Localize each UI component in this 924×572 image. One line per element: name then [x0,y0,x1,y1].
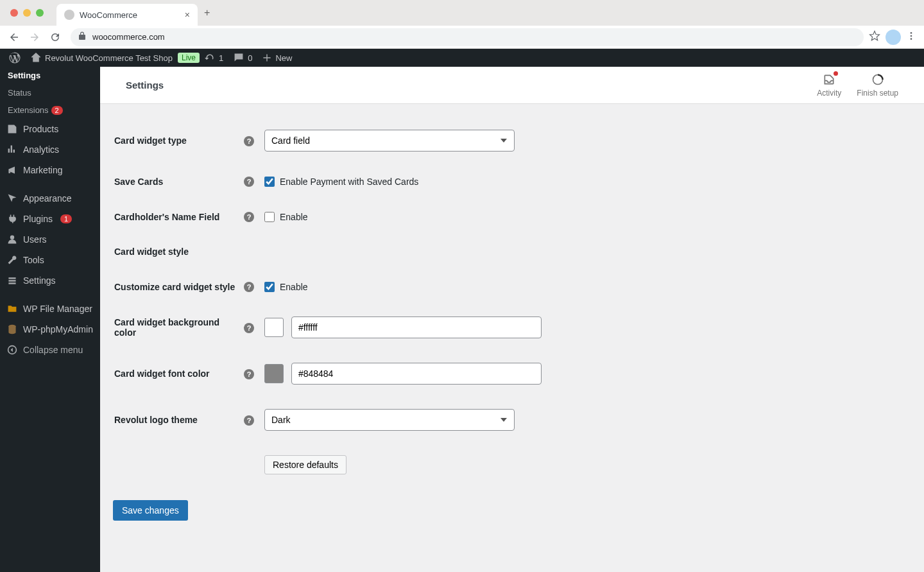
save-cards-label: Save Cards [114,164,243,198]
sidebar-item-collapse[interactable]: Collapse menu [0,340,100,360]
url-input[interactable]: woocommerce.com [71,28,864,46]
sidebar-item-plugins[interactable]: Plugins1 [0,209,100,229]
sidebar-item-marketing[interactable]: Marketing [0,160,100,180]
window-maximize-button[interactable] [36,9,44,17]
sidebar-item-appearance[interactable]: Appearance [0,188,100,209]
cardholder-enable-text: Enable [280,212,308,222]
font-color-label: Card widget font color [114,351,243,396]
svg-rect-4 [8,277,15,279]
save-cards-checkbox[interactable] [264,177,275,187]
card-widget-type-select[interactable]: Card field [264,130,515,152]
svg-point-1 [911,35,912,37]
dots-vertical-icon [906,31,916,41]
sidebar-item-products[interactable]: Products [0,119,100,139]
tab-title: WooCommerce [80,10,180,20]
sidebar-item-wpfilemanager[interactable]: WP File Manager [0,299,100,319]
sidebar-marketing-label: Marketing [23,165,62,175]
notification-dot-icon [834,71,838,76]
bookmark-button[interactable] [869,30,880,44]
update-icon [205,53,215,63]
sidebar-item-wc-settings[interactable]: Settings [0,67,100,84]
cardholder-name-label: Cardholder's Name Field [114,200,243,234]
sidebar-item-tools[interactable]: Tools [0,250,100,270]
save-cards-check-text: Enable Payment with Saved Cards [280,177,418,187]
plugins-icon [6,214,18,224]
comments-menu[interactable]: 0 [228,49,257,67]
site-name-menu[interactable]: Revolut WooCommerce Test Shop [26,49,178,67]
tab-favicon [64,10,74,20]
products-icon [6,124,18,134]
svg-rect-5 [8,280,15,281]
customize-style-checkbox-label[interactable]: Enable [264,282,891,292]
updates-count: 1 [219,53,223,63]
window-minimize-button[interactable] [23,9,31,17]
home-icon [31,53,41,63]
new-tab-button[interactable]: + [204,7,210,19]
help-icon[interactable]: ? [244,136,254,146]
save-cards-checkbox-label[interactable]: Enable Payment with Saved Cards [264,177,891,187]
profile-avatar[interactable] [886,30,901,45]
sidebar-item-wc-status[interactable]: Status [0,84,100,101]
bg-color-input[interactable] [291,316,542,338]
sidebar-users-label: Users [23,234,47,245]
plus-icon [262,53,271,62]
finish-setup-label: Finish setup [857,89,898,98]
content-area: Settings Activity Finish setup Card widg… [100,67,924,572]
sidebar-collapse-label: Collapse menu [23,345,83,355]
browser-tab[interactable]: WooCommerce × [56,4,198,26]
window-close-button[interactable] [10,9,18,17]
customize-style-label: Customize card widget style [114,270,243,304]
svg-point-3 [10,236,14,239]
svg-point-0 [911,32,912,34]
page-header: Settings Activity Finish setup [100,67,924,104]
browser-tab-strip: WooCommerce × + [0,0,924,26]
cardholder-name-checkbox[interactable] [264,212,275,222]
new-label: New [275,53,292,63]
bg-color-swatch[interactable] [264,318,284,337]
back-button[interactable] [4,27,24,48]
help-icon[interactable]: ? [244,369,254,379]
finish-setup-button[interactable]: Finish setup [857,73,898,98]
help-icon[interactable]: ? [244,323,254,333]
sidebar-item-users[interactable]: Users [0,229,100,250]
font-color-swatch[interactable] [264,364,284,383]
bg-color-label: Card widget background color [114,305,243,350]
logo-theme-label: Revolut logo theme [114,397,243,442]
marketing-icon [6,165,18,175]
arrow-right-icon [29,31,40,43]
sidebar-extensions-label: Extensions [8,105,49,115]
settings-icon [6,275,18,286]
database-icon [6,324,18,334]
help-icon[interactable]: ? [244,212,254,222]
help-icon[interactable]: ? [244,282,254,292]
sidebar-products-label: Products [23,124,58,134]
save-changes-button[interactable]: Save changes [113,500,188,521]
browser-menu-button[interactable] [906,31,916,43]
activity-button[interactable]: Activity [817,73,841,98]
lock-icon [78,31,86,42]
cardholder-name-checkbox-label[interactable]: Enable [264,212,891,222]
live-status-badge: Live [178,53,200,63]
customize-style-checkbox[interactable] [264,282,275,292]
wp-logo-menu[interactable] [4,49,26,67]
sidebar-item-analytics[interactable]: Analytics [0,139,100,160]
forward-button[interactable] [24,27,45,48]
sidebar-tools-label: Tools [23,255,44,265]
sidebar-item-wc-extensions[interactable]: Extensions2 [0,101,100,119]
updates-menu[interactable]: 1 [200,49,228,67]
sidebar-item-settings[interactable]: Settings [0,270,100,291]
reload-button[interactable] [45,27,65,48]
font-color-input[interactable] [291,363,542,385]
help-icon[interactable]: ? [244,415,254,426]
window-controls [10,9,44,17]
extensions-badge: 2 [51,106,63,115]
logo-theme-select[interactable]: Dark [264,409,515,431]
new-content-menu[interactable]: New [257,49,297,67]
arrow-left-icon [8,31,20,43]
tab-close-icon[interactable]: × [185,10,190,20]
svg-point-2 [911,38,912,40]
sidebar-item-phpmyadmin[interactable]: WP-phpMyAdmin [0,319,100,340]
help-icon[interactable]: ? [244,177,254,187]
restore-defaults-button[interactable]: Restore defaults [264,455,346,474]
url-text: woocommerce.com [92,32,165,42]
